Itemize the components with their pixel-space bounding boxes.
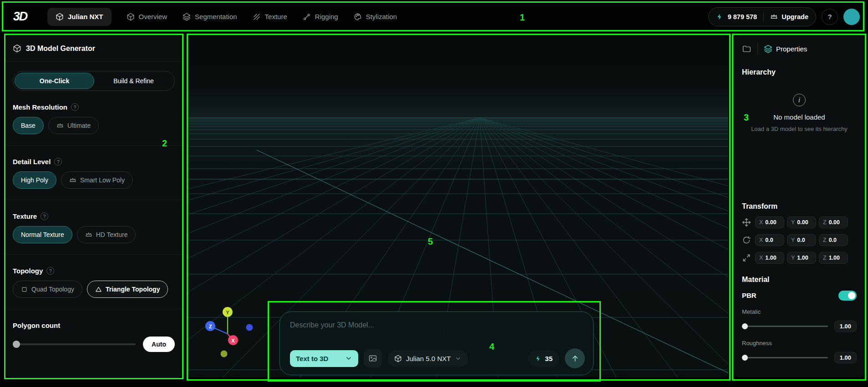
crown-icon <box>85 231 92 238</box>
prompt-input[interactable] <box>290 321 585 329</box>
square-icon <box>21 286 28 293</box>
pbr-label: PBR <box>742 292 756 299</box>
mode-select-value: Text to 3D <box>296 355 328 362</box>
axis-value: 1.00 <box>765 255 776 261</box>
section-title: Detail Level <box>13 158 51 166</box>
mode-select[interactable]: Text to 3D <box>290 350 358 367</box>
roughness-value[interactable]: 1.00 <box>834 352 857 363</box>
generate-button[interactable] <box>565 348 585 368</box>
cost-value: 35 <box>545 355 553 362</box>
quad-topology-button[interactable]: Quad Topology <box>13 281 82 298</box>
tab-one-click[interactable]: One-Click <box>15 73 94 89</box>
polygon-auto-button[interactable]: Auto <box>143 337 175 352</box>
axis-value: 1.00 <box>829 255 840 261</box>
nav-item-julian-nxt[interactable]: Julian NXT <box>47 8 112 26</box>
texture-options: Normal Texture HD Texture <box>13 226 175 243</box>
roughness-slider[interactable] <box>742 357 828 358</box>
section-divider <box>5 254 182 255</box>
axis-label: X <box>759 237 763 243</box>
chevron-down-icon <box>455 355 462 362</box>
scale-y-input[interactable]: Y 1.00 <box>787 252 816 264</box>
detail-level-header: Detail Level ? <box>13 158 175 166</box>
nav-item-texture[interactable]: Texture <box>245 8 295 26</box>
axis-neg-x-ball[interactable] <box>246 324 253 331</box>
translate-inputs: X 0.00 Y 0.00 Z 0.00 <box>755 216 848 228</box>
mesh-base-button[interactable]: Base <box>13 117 44 134</box>
option-label: Quad Topology <box>31 286 74 293</box>
nav-item-rigging[interactable]: Rigging <box>295 8 346 26</box>
axis-gizmo[interactable]: Y Z X <box>201 305 256 359</box>
scale-x-input[interactable]: X 1.00 <box>755 252 784 264</box>
empty-subtitle: Load a 3D model to see its hierarchy <box>742 125 857 133</box>
smart-low-poly-button[interactable]: Smart Low Poly <box>61 171 133 189</box>
pill-divider <box>763 12 764 22</box>
hd-texture-button[interactable]: HD Texture <box>77 226 136 243</box>
image-upload-button[interactable] <box>364 349 382 367</box>
texture-icon <box>253 13 261 21</box>
mesh-ultimate-button[interactable]: Ultimate <box>48 117 99 134</box>
polygon-count-slider[interactable] <box>13 343 136 345</box>
empty-title: No model loaded <box>742 113 857 121</box>
app-root: 3D Julian NXT Overview Segmentation <box>0 0 868 387</box>
layers-icon <box>183 13 191 21</box>
panel-title: 3D Model Generator <box>26 45 95 53</box>
scale-z-input[interactable]: Z 1.00 <box>819 252 848 264</box>
slider-knob[interactable] <box>742 323 748 329</box>
rotate-x-input[interactable]: X 0.0 <box>755 234 784 246</box>
rotate-y-input[interactable]: Y 0.0 <box>787 234 816 246</box>
metalic-value[interactable]: 1.00 <box>834 321 857 332</box>
files-tab-button[interactable] <box>742 44 751 54</box>
slider-knob[interactable] <box>742 355 748 361</box>
roughness-slider-row: 1.00 <box>742 352 857 363</box>
nav-item-segmentation[interactable]: Segmentation <box>175 8 245 26</box>
detail-level-options: High Poly Smart Low Poly <box>13 171 175 189</box>
mesh-resolution-header: Mesh Resolution ? <box>13 103 175 111</box>
option-label: HD Texture <box>96 231 128 238</box>
viewport-3d[interactable]: Y Z X Text to 3D <box>188 35 728 377</box>
move-icon <box>742 218 751 227</box>
help-icon[interactable]: ? <box>71 103 79 111</box>
layers-icon <box>764 45 772 53</box>
translate-y-input[interactable]: Y 0.00 <box>787 216 816 228</box>
translate-z-input[interactable]: Z 0.00 <box>819 216 848 228</box>
top-bar: 3D Julian NXT Overview Segmentation <box>0 0 868 33</box>
help-icon[interactable]: ? <box>46 267 54 275</box>
axis-value: 0.0 <box>829 237 837 243</box>
nav-item-label: Rigging <box>315 13 338 20</box>
normal-texture-button[interactable]: Normal Texture <box>13 226 72 243</box>
pbr-toggle[interactable] <box>838 291 857 301</box>
axis-y-label: Y <box>226 310 229 315</box>
model-select[interactable]: Julian 5.0 NXT <box>387 350 468 367</box>
axis-x-ball[interactable]: X <box>228 335 238 345</box>
tab-build-refine[interactable]: Build & Refine <box>94 73 173 89</box>
triangle-topology-button[interactable]: Triangle Topology <box>87 281 168 298</box>
hierarchy-title: Hierarchy <box>742 68 857 76</box>
nav-item-stylization[interactable]: Stylization <box>346 8 405 26</box>
upgrade-button[interactable]: Upgrade <box>770 13 808 20</box>
tab-properties[interactable]: Properties <box>764 45 807 53</box>
axis-z-ball[interactable]: Z <box>205 321 215 331</box>
topology-options: Quad Topology Triangle Topology <box>13 281 175 298</box>
axis-x-label: X <box>231 338 235 343</box>
slider-knob[interactable] <box>13 341 20 348</box>
translate-x-input[interactable]: X 0.00 <box>755 216 784 228</box>
help-button[interactable]: ? <box>822 9 838 25</box>
nav-item-overview[interactable]: Overview <box>119 8 175 26</box>
rotate-z-input[interactable]: Z 0.0 <box>819 234 848 246</box>
rotate-icon <box>742 236 751 245</box>
cube-icon <box>394 355 402 362</box>
axis-y-ball[interactable]: Y <box>223 307 233 317</box>
help-icon[interactable]: ? <box>41 212 48 220</box>
metalic-slider[interactable] <box>742 326 828 327</box>
option-label: Ultimate <box>67 122 91 129</box>
high-poly-button[interactable]: High Poly <box>13 171 56 189</box>
app-logo[interactable]: 3D <box>8 10 32 24</box>
option-label: Triangle Topology <box>106 286 160 293</box>
axis-neg-y-ball[interactable] <box>221 351 228 357</box>
section-divider <box>5 200 182 200</box>
model-generator-panel: 3D Model Generator One-Click Build & Ref… <box>5 35 182 377</box>
main-nav: Overview Segmentation Texture Rigging <box>119 8 405 26</box>
help-icon[interactable]: ? <box>54 158 62 166</box>
user-avatar[interactable] <box>843 9 860 25</box>
section-title: Texture <box>13 212 37 220</box>
